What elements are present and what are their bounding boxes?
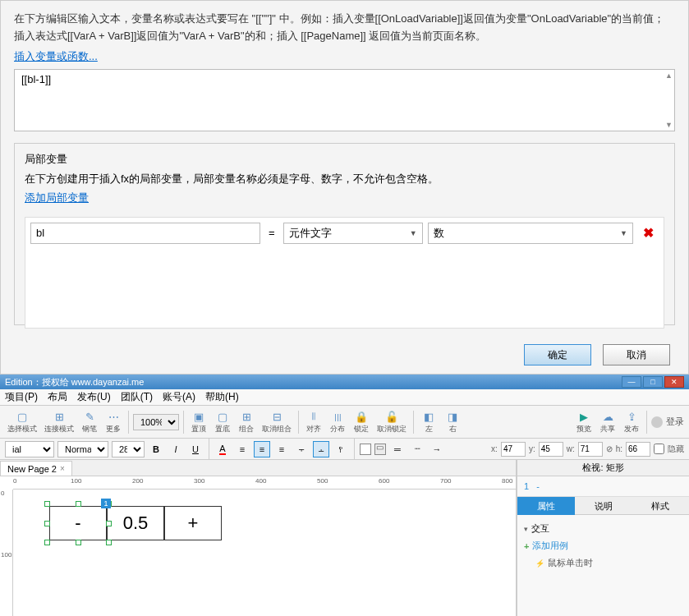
handle-bl[interactable]: [44, 540, 50, 545]
scroll-down-icon[interactable]: ▼: [665, 121, 673, 129]
section-interaction[interactable]: ▾ 交互: [524, 520, 682, 537]
tool-ungroup[interactable]: ⊟取消组合: [260, 408, 294, 435]
add-local-var-link[interactable]: 添加局部变量: [25, 191, 89, 205]
tool-distribute[interactable]: ⫼分布: [327, 408, 348, 435]
tool-more[interactable]: ⋯更多: [103, 408, 124, 435]
tool-unlock[interactable]: 🔓取消锁定: [374, 408, 409, 435]
delete-var-button[interactable]: ✖: [638, 225, 659, 241]
inspector-body: ▾ 交互 + 添加用例 ⚡ 鼠标单击时: [517, 515, 689, 577]
publish-icon: ⇪: [624, 409, 639, 424]
tool-share[interactable]: ☁共享: [597, 408, 618, 435]
y-input[interactable]: [539, 442, 563, 457]
minus-widget[interactable]: - 1: [49, 506, 107, 540]
menu-project[interactable]: 项目(P): [0, 388, 43, 406]
plus-widget[interactable]: +: [164, 506, 222, 540]
tab-notes[interactable]: 说明: [575, 497, 632, 515]
inspector-panel: 检视: 矩形 1 - 属性 说明 样式 ▾ 交互 + 添加用例: [517, 460, 689, 616]
tab-style[interactable]: 样式: [632, 497, 689, 515]
scroll-up-icon[interactable]: ▲: [665, 71, 673, 80]
expression-content: [[bl-1]]: [21, 73, 51, 85]
handle-bm[interactable]: [76, 540, 81, 545]
handle-br[interactable]: [106, 540, 112, 545]
insert-var-link[interactable]: 插入变量或函数...: [14, 49, 98, 64]
var-target-select[interactable]: 数 ▼: [428, 223, 633, 244]
menu-account[interactable]: 账号(A): [158, 388, 200, 406]
handle-ml[interactable]: [44, 521, 50, 526]
handle-tl[interactable]: [44, 501, 50, 507]
h-label: h:: [616, 444, 622, 453]
italic-button[interactable]: I: [168, 441, 184, 457]
menubar: 项目(P) 布局 发布(U) 团队(T) 账号(A) 帮助(H): [0, 389, 689, 406]
link-icon[interactable]: ⊘: [606, 444, 613, 453]
border-swatch[interactable]: ▭: [374, 444, 386, 455]
menu-team[interactable]: 团队(T): [116, 388, 158, 406]
tool-pen[interactable]: ✎钢笔: [79, 408, 100, 435]
line-width-button[interactable]: ═: [389, 441, 406, 457]
font-select[interactable]: ial: [5, 441, 54, 457]
menu-help[interactable]: 帮助(H): [200, 388, 244, 406]
close-tab-icon[interactable]: ×: [60, 464, 65, 473]
align-center-button[interactable]: ≡: [254, 441, 270, 457]
align-left-button[interactable]: ≡: [234, 441, 250, 457]
var-type-value: 元件文字: [289, 226, 332, 241]
tool-front[interactable]: ▣置顶: [188, 408, 209, 435]
tool-back[interactable]: ▢置底: [212, 408, 233, 435]
align-mid-button[interactable]: ⫠: [313, 441, 329, 457]
expression-textarea[interactable]: [[bl-1]] ▲ ▼: [14, 69, 675, 131]
tool-publish[interactable]: ⇪发布: [621, 408, 642, 435]
line-style-button[interactable]: ┈: [409, 441, 425, 457]
align-top-button[interactable]: ⫟: [293, 441, 310, 457]
h-input[interactable]: [626, 442, 650, 457]
separator: [354, 438, 355, 461]
tool-lock[interactable]: 🔒锁定: [351, 408, 372, 435]
maximize-button[interactable]: □: [643, 376, 663, 388]
value-widget[interactable]: 0.5: [107, 506, 164, 540]
underline-button[interactable]: U: [187, 441, 204, 457]
tool-group[interactable]: ⊞组合: [236, 408, 257, 435]
tool-align[interactable]: ⫴对齐: [303, 408, 324, 435]
var-name-input[interactable]: [30, 223, 260, 244]
close-button[interactable]: ✕: [664, 376, 684, 388]
var-type-select[interactable]: 元件文字 ▼: [283, 223, 423, 244]
w-input[interactable]: [578, 442, 603, 457]
bold-button[interactable]: B: [148, 441, 164, 457]
distribute-icon: ⫼: [330, 409, 345, 424]
left-icon: ◧: [421, 409, 436, 424]
handle-tm[interactable]: [76, 501, 81, 507]
login-area[interactable]: 登录: [651, 416, 684, 428]
tab-properties[interactable]: 属性: [517, 497, 575, 515]
arrow-button[interactable]: →: [429, 441, 445, 457]
tool-left[interactable]: ◧左: [418, 408, 439, 435]
fill-swatch[interactable]: [360, 444, 371, 455]
interaction-badge[interactable]: 1: [101, 499, 111, 508]
align-bot-button[interactable]: ⫯: [333, 441, 349, 457]
add-case-row[interactable]: + 添加用例: [524, 537, 682, 554]
align-icon: ⫴: [306, 409, 321, 424]
style-select[interactable]: Normal: [57, 441, 108, 457]
menu-layout[interactable]: 布局: [43, 388, 72, 406]
cloud-icon: ☁: [600, 409, 615, 424]
separator: [298, 411, 299, 434]
tool-select[interactable]: ▢选择模式: [5, 408, 39, 435]
cancel-button[interactable]: 取消: [603, 344, 670, 365]
align-right-button[interactable]: ≡: [273, 441, 290, 457]
var-target-value: 数: [434, 226, 444, 241]
canvas[interactable]: - 1 0.5 +: [13, 490, 516, 616]
minimize-button[interactable]: —: [622, 376, 641, 388]
zoom-select[interactable]: 100%: [133, 414, 179, 430]
tool-connect[interactable]: ⊞连接模式: [42, 408, 76, 435]
name-value[interactable]: -: [536, 481, 540, 491]
tool-right[interactable]: ◨右: [442, 408, 463, 435]
page-tab[interactable]: New Page 2 ×: [0, 461, 72, 476]
text-color-button[interactable]: A: [214, 441, 231, 457]
ok-button[interactable]: 确定: [524, 344, 591, 365]
menu-publish[interactable]: 发布(U): [72, 388, 116, 406]
page-tabs: New Page 2 ×: [0, 460, 516, 476]
event-onclick[interactable]: ⚡ 鼠标单击时: [524, 554, 682, 572]
connect-icon: ⊞: [52, 409, 67, 424]
tool-preview[interactable]: ▶预览: [573, 408, 595, 435]
main-toolbar: ▢选择模式 ⊞连接模式 ✎钢笔 ⋯更多 100% ▣置顶 ▢置底 ⊞组合 ⊟取消…: [0, 406, 689, 439]
size-select[interactable]: 28: [112, 441, 145, 457]
hidden-checkbox[interactable]: [654, 444, 664, 454]
x-input[interactable]: [501, 442, 526, 457]
